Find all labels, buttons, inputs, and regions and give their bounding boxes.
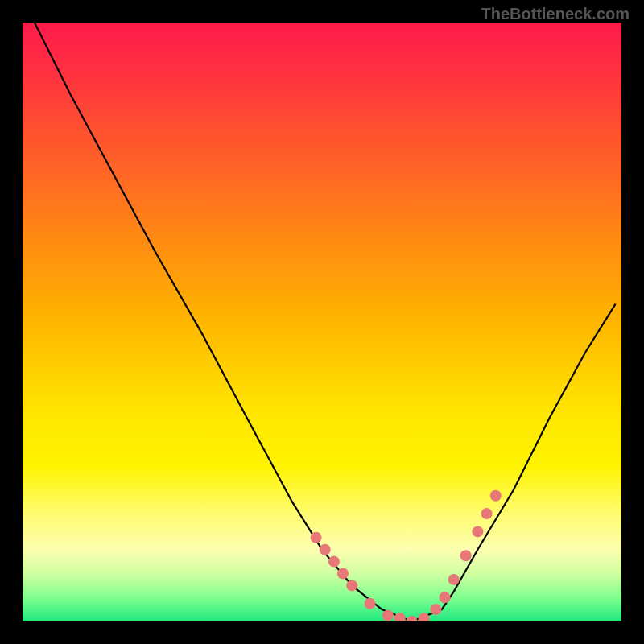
marker-dot xyxy=(460,550,472,561)
marker-dot xyxy=(337,568,349,580)
marker-dot xyxy=(328,556,340,568)
marker-dot xyxy=(407,616,418,621)
marker-dot xyxy=(490,490,502,502)
marker-dot xyxy=(320,544,331,555)
marker-dot xyxy=(346,580,357,591)
marker-dot xyxy=(481,508,493,519)
marker-dot xyxy=(430,604,441,615)
watermark-text: TheBottleneck.com xyxy=(481,5,630,23)
marker-dot xyxy=(382,610,394,621)
marker-dot xyxy=(472,526,483,537)
chart-container: TheBottleneck.com xyxy=(0,0,644,644)
marker-dot xyxy=(365,598,376,609)
marker-dot xyxy=(440,592,451,603)
marker-dot xyxy=(311,532,322,543)
chart-svg xyxy=(23,23,621,621)
marker-dots xyxy=(311,490,502,621)
marker-dot xyxy=(448,574,460,585)
plot-area xyxy=(23,23,621,621)
curve-line xyxy=(35,23,616,621)
